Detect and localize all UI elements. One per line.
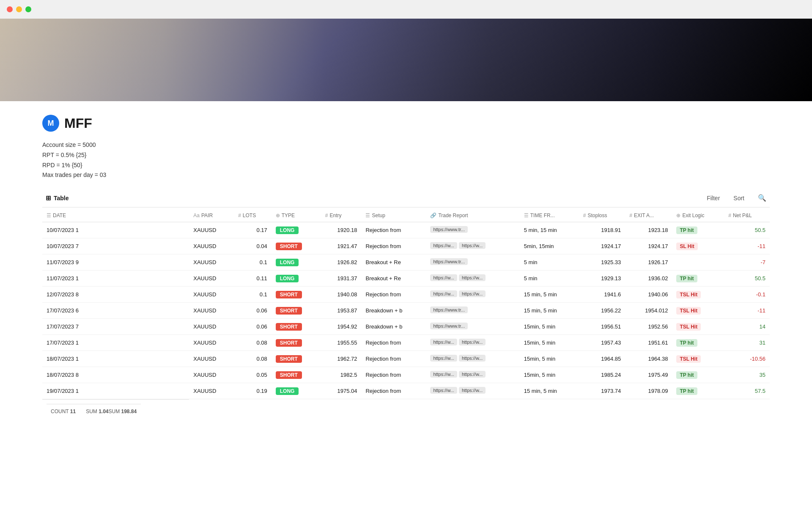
exit-logic-badge: TSL Hit [676,307,701,315]
table-row: 19/07/2023 1 XAUUSD 0.19 LONG 1975.04 Re… [42,383,770,399]
cell-date: 17/07/2023 6 [42,303,189,319]
table-row: 11/07/2023 1 XAUUSD 0.11 LONG 1931.37 Br… [42,271,770,287]
cell-report: https://w...https://w... [426,367,519,383]
type-badge: LONG [276,275,299,282]
cell-type: LONG [272,271,321,287]
table-row: 17/07/2023 6 XAUUSD 0.06 SHORT 1953.87 B… [42,303,770,319]
url-chip[interactable]: https://www.tr... [430,323,468,329]
cell-timeframe: 15min, 5 min [520,367,579,383]
cell-lots: 0.1 [234,254,272,271]
logo-icon: M [42,115,59,132]
footer-right: SUM 198.84 [109,409,137,414]
exit-logic-badge: TP hit [676,226,697,234]
url-chip[interactable]: https://w... [430,290,457,297]
col-setup: ☰Setup [361,209,426,222]
type-badge: SHORT [276,339,302,347]
cell-exit-logic: TSL Hit [672,287,724,303]
url-chip[interactable]: https://www.tr... [430,258,468,265]
url-chip[interactable]: https://w... [430,242,457,249]
maximize-button[interactable] [25,6,31,12]
cell-entry: 1920.18 [321,222,362,238]
cell-exit-logic: SL Hit [672,238,724,254]
cell-type: SHORT [272,367,321,383]
minimize-button[interactable] [16,6,22,12]
cell-exit-logic: TP hit [672,271,724,287]
table-row: 10/07/2023 1 XAUUSD 0.17 LONG 1920.18 Re… [42,222,770,238]
url-chip[interactable]: https://w... [459,242,486,249]
url-chip[interactable]: https://w... [430,355,457,362]
main-content: M MFF Account size = 5000 RPT = 0.5% {25… [0,101,812,457]
url-chip[interactable]: https://w... [430,371,457,378]
cell-stoploss: 1941.6 [579,287,625,303]
cell-lots: 0.06 [234,303,272,319]
cell-timeframe: 5 min, 15 min [520,222,579,238]
url-chip[interactable]: https://w... [430,274,457,281]
cell-entry: 1926.82 [321,254,362,271]
cell-timeframe: 5min, 15min [520,238,579,254]
cell-lots: 0.06 [234,319,272,335]
page-header: M MFF [42,115,770,132]
cell-exit-at: 1975.49 [625,367,672,383]
sort-button[interactable]: Sort [730,193,748,203]
cell-stoploss: 1985.24 [579,367,625,383]
url-chip[interactable]: https://w... [459,290,486,297]
col-entry: #Entry [321,209,362,222]
info-line-4: Max trades per day = 03 [42,170,770,180]
url-chip[interactable]: https://w... [459,274,486,281]
cell-pair: XAUUSD [189,254,234,271]
cell-pnl: -11 [724,238,770,254]
cell-date: 17/07/2023 7 [42,319,189,335]
cell-stoploss: 1924.17 [579,238,625,254]
url-chip[interactable]: https://w... [459,387,486,394]
cell-type: LONG [272,254,321,271]
cell-entry: 1954.92 [321,319,362,335]
count-label: COUNT 11 [51,409,76,414]
cell-timeframe: 15min, 5 min [520,335,579,351]
cell-exit-logic: TSL Hit [672,319,724,335]
cell-pair: XAUUSD [189,351,234,367]
data-table: ☰DATE AaPAIR #LOTS ⊕TYPE #Entry ☰Setup 🔗… [42,209,770,423]
col-type: ⊕TYPE [272,209,321,222]
table-row: 18/07/2023 1 XAUUSD 0.08 SHORT 1962.72 R… [42,351,770,367]
cell-lots: 0.08 [234,351,272,367]
url-chip[interactable]: https://w... [459,371,486,378]
url-chip[interactable]: https://www.tr... [430,306,468,313]
info-line-2: RPT = 0.5% {25} [42,150,770,160]
sum-label-right: SUM 198.84 [109,409,137,414]
close-button[interactable] [7,6,13,12]
table-row: 17/07/2023 1 XAUUSD 0.08 SHORT 1955.55 R… [42,335,770,351]
cell-type: SHORT [272,319,321,335]
filter-button[interactable]: Filter [703,193,723,203]
table-header-bar: ⊞ Table Filter Sort 🔍 [42,192,770,207]
cell-date: 10/07/2023 1 [42,222,189,238]
url-chip[interactable]: https://w... [430,387,457,394]
search-button[interactable]: 🔍 [754,192,770,204]
cell-date: 11/07/2023 9 [42,254,189,271]
cell-setup: Rejection from [361,287,426,303]
sum-value-right: 198.84 [121,409,137,414]
cell-pnl: -7 [724,254,770,271]
url-chip[interactable]: https://w... [430,339,457,345]
info-line-1: Account size = 5000 [42,140,770,150]
cell-report: https://www.tr... [426,222,519,238]
cell-stoploss: 1956.51 [579,319,625,335]
cell-timeframe: 15 min, 5 min [520,303,579,319]
table-row: 12/07/2023 8 XAUUSD 0.1 SHORT 1940.08 Re… [42,287,770,303]
cell-setup: Breakdown + b [361,303,426,319]
type-badge: LONG [276,226,299,234]
table-view-button[interactable]: ⊞ Table [42,193,72,204]
cell-date: 12/07/2023 8 [42,287,189,303]
cell-pair: XAUUSD [189,367,234,383]
cell-date: 11/07/2023 1 [42,271,189,287]
table-row: 18/07/2023 8 XAUUSD 0.05 SHORT 1982.5 Re… [42,367,770,383]
url-chip[interactable]: https://www.tr... [430,226,468,233]
type-badge: SHORT [276,355,302,363]
url-chip[interactable]: https://w... [459,339,486,345]
cell-pair: XAUUSD [189,303,234,319]
url-chip[interactable]: https://w... [459,355,486,362]
cell-setup: Rejection from [361,367,426,383]
col-lots: #LOTS [234,209,272,222]
exit-logic-badge: TSL Hit [676,355,701,363]
cell-timeframe: 15 min, 5 min [520,287,579,303]
cell-exit-logic: TP hit [672,367,724,383]
